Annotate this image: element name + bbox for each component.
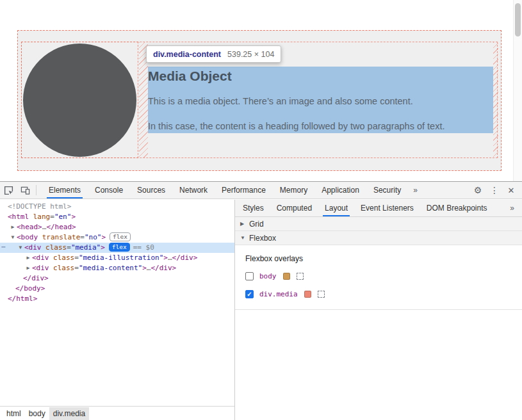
tab-elements[interactable]: Elements [42, 182, 88, 198]
node-menu-dots-icon[interactable]: ⋯ [1, 242, 5, 252]
scrollbar-thumb[interactable] [515, 3, 521, 36]
tab-memory[interactable]: Memory [273, 182, 314, 198]
browser-page-preview: Media Object This is a media object. The… [0, 0, 522, 181]
code-token: > [163, 254, 168, 262]
sidebar-tab-dom-breakpoints[interactable]: DOM Breakpoints [420, 200, 494, 216]
dom-tree: <!DOCTYPE html><html lang="en">▶<head>…<… [0, 200, 234, 406]
tab-sources[interactable]: Sources [130, 182, 172, 198]
overlay-row-div.media: ✓div.media [245, 289, 522, 299]
code-token: class [42, 243, 67, 252]
dom-tree-node[interactable]: </html> [0, 294, 234, 304]
devtools-panel: ElementsConsoleSourcesNetworkPerformance… [0, 181, 522, 420]
chevron-down-icon: ▼ [240, 235, 249, 241]
dom-tree-node[interactable]: ▶<div class="media-illustration">…</div> [0, 253, 234, 263]
code-token: </div> [172, 254, 198, 262]
code-token: = [50, 213, 54, 221]
devtools-tab-strip: ElementsConsoleSourcesNetworkPerformance… [42, 182, 408, 198]
code-token: … [168, 254, 172, 262]
media-paragraph-1: This is a media object. There’s an image… [148, 95, 493, 107]
inspect-element-icon[interactable] [0, 182, 17, 198]
expand-arrow-closed-icon[interactable]: ▶ [9, 222, 17, 232]
sidebar-tab-styles[interactable]: Styles [236, 200, 270, 216]
overlay-checkbox[interactable]: ✓ [245, 290, 254, 298]
sidebar-tab-event-listeners[interactable]: Event Listeners [354, 200, 420, 216]
dom-tree-node[interactable]: ⋯▼<div class="media">flex== $0 [0, 243, 234, 253]
expand-arrow-closed-icon[interactable]: ▶ [24, 253, 32, 263]
expand-arrow-open-icon[interactable]: ▼ [9, 232, 17, 243]
flexbox-section-header[interactable]: ▼ Flexbox [235, 231, 522, 245]
overlay-color-swatch[interactable] [304, 291, 311, 298]
tab-application[interactable]: Application [314, 182, 366, 198]
sidebar-more-tabs-button[interactable]: » [502, 204, 522, 213]
overlay-select-icon[interactable] [318, 291, 325, 298]
sidebar-tab-strip: StylesComputedLayoutEvent ListenersDOM B… [236, 200, 494, 216]
media-heading: Media Object [148, 67, 493, 85]
code-token: "no" [85, 233, 102, 241]
code-token: > [142, 264, 147, 272]
sidebar-tabs-row: StylesComputedLayoutEvent ListenersDOM B… [235, 200, 522, 217]
overlay-select-icon[interactable] [297, 273, 304, 280]
media-paragraph-2: In this case, the content is a heading f… [148, 120, 493, 132]
grid-section-label: Grid [249, 220, 264, 229]
devtools-toolbar: ElementsConsoleSourcesNetworkPerformance… [0, 182, 522, 199]
code-token: lang [29, 213, 50, 221]
sidebar-tab-computed[interactable]: Computed [270, 200, 318, 216]
page-scrollbar[interactable] [513, 0, 522, 181]
code-token: "media-content" [79, 264, 142, 272]
chevron-right-icon: ▶ [240, 221, 249, 227]
expand-arrow-open-icon[interactable]: ▼ [17, 243, 24, 253]
code-token: <html [8, 213, 29, 221]
breadcrumb-item-html[interactable]: html [3, 407, 25, 420]
dom-tree-node[interactable]: ▼<body translate="no">flex [0, 232, 234, 243]
close-devtools-icon[interactable]: ✕ [503, 182, 519, 198]
overlay-element-label: div.media [259, 290, 298, 298]
code-token: <div [24, 243, 42, 252]
tooltip-dimensions: 539.25 × 104 [227, 50, 274, 59]
media-illustration-circle [23, 44, 136, 157]
tab-network[interactable]: Network [172, 182, 215, 198]
settings-gear-icon[interactable]: ⚙ [469, 182, 486, 198]
grid-section-header[interactable]: ▶ Grid [235, 217, 522, 231]
code-token: = [67, 243, 71, 252]
breadcrumb-item-body[interactable]: body [25, 407, 49, 420]
code-token: <!DOCTYPE html> [8, 202, 71, 211]
flex-badge[interactable]: flex [109, 243, 130, 252]
device-toolbar-icon[interactable] [17, 182, 33, 198]
tab-security[interactable]: Security [366, 182, 408, 198]
tab-performance[interactable]: Performance [215, 182, 273, 198]
dom-tree-node[interactable]: ▶<head>…</head> [0, 222, 234, 232]
tab-console[interactable]: Console [88, 182, 130, 198]
dom-tree-node[interactable]: <html lang="en"> [0, 212, 234, 222]
flex-free-space-hatch [493, 42, 498, 158]
overlay-color-swatch[interactable] [283, 273, 290, 280]
code-token: </body> [15, 284, 45, 293]
dom-tree-node[interactable]: <!DOCTYPE html> [0, 202, 234, 212]
kebab-menu-icon[interactable]: ⋮ [486, 182, 503, 198]
device-phone-icon [20, 186, 30, 195]
sidebar-tab-layout[interactable]: Layout [318, 200, 354, 216]
breadcrumb-item-div.media[interactable]: div.media [49, 407, 89, 420]
overlay-checkbox[interactable] [245, 272, 254, 280]
code-token: "en" [54, 213, 72, 221]
code-token: "media-illustration" [79, 254, 163, 262]
flexbox-section-label: Flexbox [249, 234, 276, 243]
code-token: </head> [46, 223, 76, 231]
dom-tree-node[interactable]: ▶<div class="media-content">…</div> [0, 263, 234, 273]
code-token: <div [32, 264, 49, 272]
expand-arrow-closed-icon[interactable]: ▶ [24, 263, 32, 273]
selected-node-marker: == $0 [133, 243, 154, 252]
more-tabs-button[interactable]: » [408, 186, 423, 195]
code-token: > [101, 243, 105, 252]
code-token: = [74, 254, 79, 262]
dom-tree-node[interactable]: </body> [0, 284, 234, 294]
code-token: class [49, 264, 75, 272]
code-token: > [101, 233, 106, 241]
dom-tree-node[interactable]: </div> [0, 273, 234, 284]
code-token: = [80, 233, 85, 241]
code-token: class [49, 254, 75, 262]
flex-badge[interactable]: flex [110, 232, 131, 241]
toolbar-right-actions: ⚙ ⋮ ✕ [469, 182, 522, 198]
code-token: translate [38, 233, 80, 241]
code-token: "media" [71, 243, 101, 252]
code-token: </html> [8, 295, 37, 303]
